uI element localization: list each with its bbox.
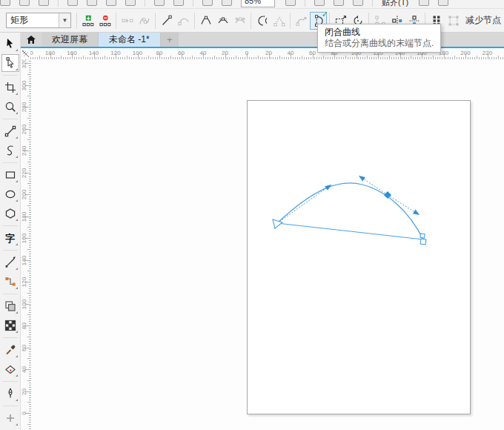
ruler-label: 200 (21, 186, 27, 204)
toolbox-separator (3, 162, 18, 163)
ruler-label: 60 (178, 50, 185, 56)
symmetric-node-button (231, 12, 248, 30)
shape-recognition-dropdown[interactable]: 矩形 ▼ (6, 13, 71, 28)
text-tool[interactable]: 字 (1, 229, 19, 247)
toolbox-separator (3, 337, 18, 338)
plus-icon: + (167, 34, 173, 45)
toolbar-separator (194, 13, 195, 29)
ruler-label: 180 (21, 208, 27, 225)
crop-tool[interactable] (1, 79, 19, 96)
flyout-indicator-icon (16, 374, 18, 377)
curve-chord-line[interactable] (277, 223, 423, 239)
curve-node-diamond[interactable] (384, 191, 391, 199)
tooltip-title: 闭合曲线 (325, 27, 434, 38)
curve-end-node[interactable] (420, 239, 426, 245)
add-node-button[interactable] (79, 12, 96, 30)
delete-node-button[interactable] (96, 12, 113, 30)
flyout-indicator-icon (16, 112, 18, 114)
tab-welcome-label: 欢迎屏幕 (52, 33, 87, 46)
paste-icon[interactable] (125, 0, 136, 6)
rectangle-tool[interactable] (1, 166, 19, 184)
snap-to-dropdown[interactable]: 贴齐(T) (382, 0, 408, 8)
pick-tool[interactable] (1, 35, 19, 53)
reduce-nodes-button[interactable]: 减少节点 (465, 14, 501, 27)
curve-end-node[interactable] (420, 234, 425, 238)
flyout-indicator-icon (16, 219, 18, 221)
drop-shadow-tool[interactable] (1, 297, 19, 315)
ruler-label: 0 (21, 405, 27, 423)
toolbox-separator (3, 250, 18, 251)
toolbox: 字 (0, 33, 21, 430)
ruler-label: 120 (110, 50, 120, 56)
cut-icon[interactable] (87, 0, 97, 6)
undo-icon[interactable] (154, 0, 165, 6)
polygon-tool[interactable] (1, 205, 19, 222)
ruler-label: 120 (21, 274, 27, 291)
flyout-indicator-icon (16, 355, 18, 357)
toolbar-separator (251, 13, 251, 29)
join-nodes-button (119, 12, 136, 30)
import-icon[interactable] (202, 0, 213, 6)
mesh-fill-tool[interactable] (1, 317, 19, 334)
check-icon: ✓ (322, 10, 328, 19)
open-icon[interactable] (19, 0, 30, 6)
freehand-tool[interactable] (1, 122, 19, 140)
grid-icon[interactable] (334, 0, 344, 6)
line-to-curve-button[interactable] (158, 12, 175, 30)
shape-tool[interactable] (1, 54, 19, 72)
control-handle-arrow-icon[interactable] (357, 173, 365, 181)
tab-document-untitled[interactable]: 未命名 -1* (99, 33, 161, 47)
outline-pen-tool[interactable] (1, 385, 19, 403)
ruler-label: 160 (67, 50, 76, 56)
ruler-label: 20 (265, 50, 272, 56)
zoom-level-dropdown[interactable]: 85% (241, 0, 275, 7)
cusp-node-button[interactable] (197, 12, 214, 30)
chevron-down-icon[interactable]: ▼ (59, 13, 70, 27)
fullscreen-icon[interactable] (285, 0, 296, 6)
smooth-node-button[interactable] (214, 12, 231, 30)
vertical-ruler[interactable]: 3203002802602402202001801601401201008060… (21, 59, 31, 430)
toolbar-separator (155, 13, 156, 29)
save-icon[interactable] (39, 0, 49, 6)
smart-drawing-tool[interactable] (1, 142, 19, 159)
smart-fill-tool[interactable] (1, 360, 19, 378)
ruler-origin-corner[interactable] (21, 48, 30, 59)
flyout-indicator-icon (16, 156, 18, 158)
ruler-label: 100 (21, 295, 27, 313)
eyedropper-tool[interactable] (1, 341, 19, 359)
home-icon (27, 36, 36, 44)
ruler-label: 100 (133, 50, 142, 56)
drawing-canvas[interactable] (31, 59, 504, 430)
print-icon[interactable] (67, 0, 78, 6)
curve-object[interactable] (31, 59, 504, 430)
new-tab-button[interactable]: + (161, 33, 179, 47)
rulers-icon[interactable] (314, 0, 325, 6)
tab-welcome-screen[interactable]: 欢迎屏幕 (42, 33, 99, 47)
dimension-tool[interactable] (1, 254, 19, 271)
ruler-label: 20 (21, 383, 27, 400)
ruler-label: 240 (21, 142, 27, 160)
ellipse-tool[interactable] (1, 185, 19, 203)
select-all-nodes-button (445, 12, 462, 30)
redo-icon[interactable] (173, 0, 184, 6)
flyout-indicator-icon (16, 311, 18, 314)
new-document-icon[interactable] (0, 0, 10, 6)
tooltip-description: 结合或分离曲线的末端节点. (325, 38, 434, 49)
toolbox-separator (3, 381, 18, 382)
tab-document-label: 未命名 -1* (109, 33, 150, 46)
connector-tool[interactable] (1, 273, 19, 291)
options-gear-icon[interactable] (419, 0, 429, 6)
zoom-tool[interactable] (1, 98, 19, 116)
control-handle-arrow-icon[interactable] (413, 210, 421, 217)
home-button[interactable] (21, 33, 42, 47)
control-handle-line[interactable] (277, 185, 331, 223)
guidelines-icon[interactable] (353, 0, 363, 6)
ruler-label: 140 (21, 251, 27, 269)
add-tool-button[interactable] (1, 409, 19, 427)
copy-icon[interactable] (106, 0, 116, 6)
ruler-label: 0 (245, 50, 248, 56)
export-icon[interactable] (222, 0, 232, 6)
flyout-indicator-icon (16, 331, 18, 333)
reverse-direction-button[interactable] (253, 12, 271, 30)
launch-icon[interactable] (438, 0, 448, 6)
